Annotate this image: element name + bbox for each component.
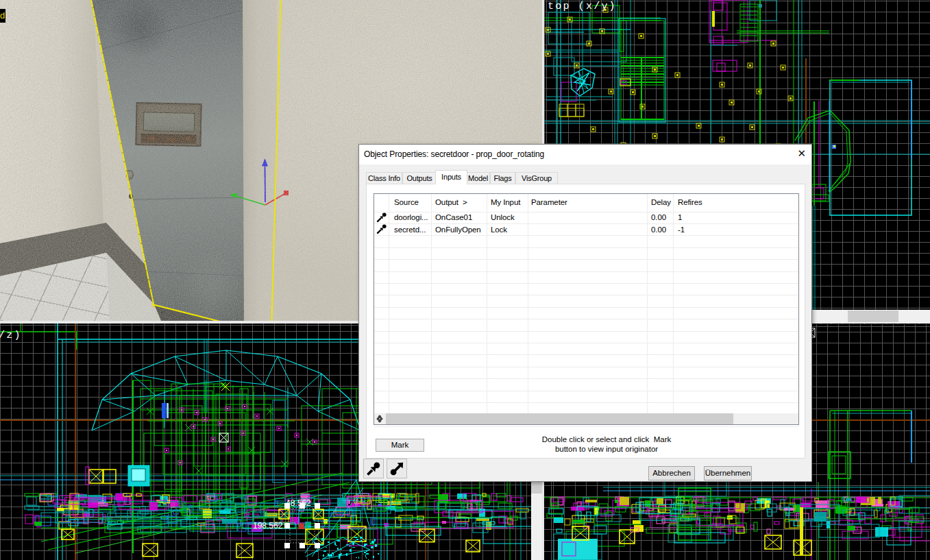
svg-text:198.562: 198.562 <box>253 521 283 531</box>
svg-text:48.562: 48.562 <box>286 498 311 508</box>
